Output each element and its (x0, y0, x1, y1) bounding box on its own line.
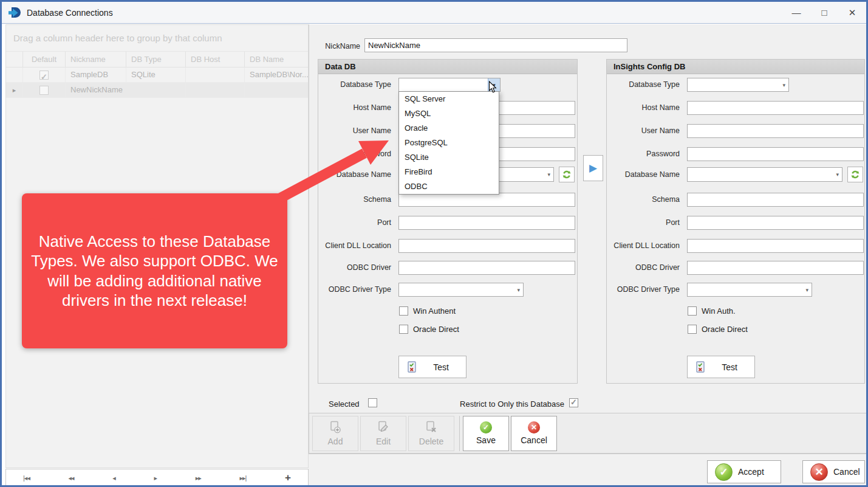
accept-button[interactable]: ✓ Accept (707, 460, 781, 483)
nav-next-button[interactable]: ▸ (154, 474, 157, 482)
config-odbc-driver-type-combo[interactable]: ▾ (687, 283, 812, 297)
dropdown-option-mysql[interactable]: MySQL (399, 106, 499, 121)
delete-button[interactable]: Delete (408, 416, 454, 451)
row-indicator-cell (6, 67, 23, 83)
delete-button-label: Delete (419, 437, 443, 446)
row-indicator-cell: ▸ (6, 83, 23, 98)
grid-col-db-name[interactable]: DB Name (245, 52, 308, 67)
nickname-input[interactable] (364, 38, 627, 52)
config-win-auth-checkbox[interactable] (688, 306, 697, 316)
save-button-label: Save (476, 435, 496, 445)
host-name-label: Host Name (320, 103, 391, 113)
restrict-label: Restrict to Only this Database (451, 399, 564, 409)
cancel-edit-button[interactable]: ✕ Cancel (511, 416, 557, 451)
win-auth-checkbox[interactable] (399, 306, 408, 316)
config-database-type-combo[interactable]: ▾ (687, 78, 789, 92)
combo-dropdown-button[interactable]: ▾ (488, 78, 500, 91)
dialog-footer: ✓ Accept ✕ Cancel (309, 454, 868, 487)
table-row[interactable]: SampleDB SQLite SampleDB\Nor... (6, 67, 308, 83)
app-logo-icon (7, 5, 22, 20)
dropdown-option-sql-server[interactable]: SQL Server (399, 92, 499, 106)
dropdown-option-sqlite[interactable]: SQLite (399, 150, 499, 165)
nav-next-page-button[interactable]: ▸▸ (196, 474, 201, 482)
play-arrow-icon: ▶ (589, 163, 597, 173)
test-result-icon (408, 361, 416, 373)
default-checkbox[interactable] (39, 71, 49, 80)
nav-add-record-button[interactable]: + (285, 472, 291, 484)
insights-config-db-group: InSights Config DB Database Type ▾ Host … (606, 59, 865, 384)
database-type-label: Database Type (608, 80, 680, 90)
dialog-cancel-button[interactable]: ✕ Cancel (802, 460, 865, 483)
dropdown-option-odbc[interactable]: ODBC (399, 179, 499, 194)
config-schema-input[interactable] (687, 193, 864, 207)
nav-prev-button[interactable]: ◂ (112, 474, 115, 482)
minimize-button[interactable]: — (782, 2, 810, 23)
chevron-down-icon: ▾ (836, 171, 839, 178)
config-win-auth-label: Win Auth. (702, 306, 736, 316)
nav-first-button[interactable]: |◂◂ (23, 474, 30, 482)
client-dll-location-input[interactable] (398, 239, 575, 253)
port-label: Port (320, 218, 391, 228)
test-button-label: Test (416, 362, 466, 372)
maximize-button[interactable]: □ (810, 2, 838, 23)
nav-prev-page-button[interactable]: ◂◂ (69, 474, 74, 482)
port-input[interactable] (398, 216, 575, 230)
table-row[interactable]: ▸ NewNickName (6, 83, 308, 98)
restrict-checkbox[interactable] (569, 398, 578, 407)
config-odbc-driver-input[interactable] (687, 261, 864, 275)
odbc-driver-type-combo[interactable]: ▾ (398, 283, 524, 297)
config-oracle-direct-label: Oracle Direct (702, 325, 748, 334)
save-check-icon: ✓ (480, 421, 492, 433)
test-connection-button[interactable]: Test (398, 356, 466, 378)
default-checkbox[interactable] (39, 86, 49, 95)
insights-config-db-group-title: InSights Config DB (607, 60, 864, 74)
refresh-databases-button[interactable] (559, 167, 575, 182)
config-user-name-input[interactable] (687, 124, 864, 138)
selected-checkbox[interactable] (368, 398, 377, 407)
win-auth-label: Win Authent (413, 306, 456, 316)
grid-col-nickname[interactable]: Nickname (66, 52, 126, 67)
oracle-direct-label: Oracle Direct (413, 325, 459, 334)
port-label: Port (608, 218, 680, 228)
database-type-combo[interactable]: ▾ (398, 78, 501, 92)
default-checkbox-cell (23, 67, 66, 83)
database-name-label: Database Name (608, 170, 680, 180)
config-oracle-direct-checkbox[interactable] (688, 325, 697, 334)
client-dll-location-label: Client DLL Location (320, 241, 391, 251)
grid-group-by-hint: Drag a column header here to group by th… (6, 25, 308, 52)
config-port-input[interactable] (687, 216, 864, 230)
schema-label: Schema (320, 195, 391, 205)
odbc-driver-input[interactable] (398, 261, 575, 275)
config-client-dll-location-input[interactable] (687, 239, 864, 253)
config-host-name-input[interactable] (687, 101, 864, 115)
toolbar-separator (459, 416, 460, 451)
db-host-cell (186, 67, 245, 83)
nickname-label: NickName (323, 41, 360, 52)
grid-col-db-type[interactable]: DB Type (126, 52, 186, 67)
config-password-input[interactable] (687, 147, 864, 161)
copy-to-config-button[interactable]: ▶ (583, 155, 603, 181)
grid-col-db-host[interactable]: DB Host (186, 52, 245, 67)
dropdown-option-postgresql[interactable]: PostgreSQL (399, 136, 499, 150)
annotation-callout: Native Access to these Database Types. W… (22, 193, 287, 348)
save-button[interactable]: ✓ Save (463, 416, 509, 451)
data-db-group-title: Data DB (318, 60, 577, 74)
nickname-cell: NewNickName (66, 83, 126, 98)
dropdown-option-firebird[interactable]: FireBird (399, 165, 499, 179)
config-database-name-combo[interactable]: ▾ (687, 167, 842, 182)
edit-page-icon (376, 420, 391, 435)
dropdown-option-oracle[interactable]: Oracle (399, 121, 499, 136)
grid-col-default[interactable]: Default (23, 52, 66, 67)
schema-input[interactable] (398, 193, 575, 207)
edit-button[interactable]: Edit (360, 416, 406, 451)
add-button[interactable]: Add (312, 416, 358, 451)
user-name-label: User Name (320, 126, 391, 136)
config-refresh-databases-button[interactable] (847, 167, 863, 182)
oracle-direct-checkbox[interactable] (399, 325, 408, 334)
grid-header-row: Default Nickname DB Type DB Host DB Name (6, 52, 308, 67)
config-test-connection-button[interactable]: Test (687, 356, 755, 378)
dialog-cancel-label: Cancel (833, 467, 860, 477)
close-button[interactable]: ✕ (838, 2, 866, 23)
database-name-label: Database Name (320, 170, 391, 180)
nav-last-button[interactable]: ▸▸| (239, 474, 246, 482)
